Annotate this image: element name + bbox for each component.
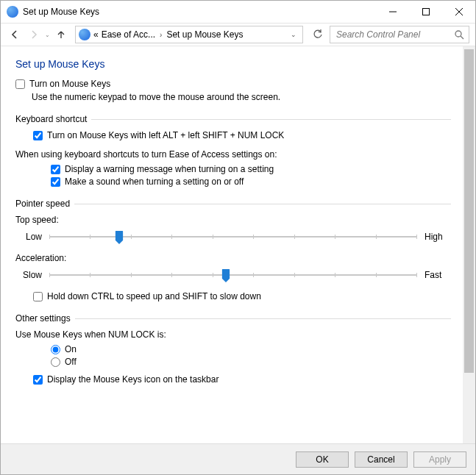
top-speed-label: Top speed:	[15, 215, 451, 225]
control-panel-icon	[79, 29, 90, 40]
breadcrumb-item[interactable]: Set up Mouse Keys	[166, 29, 243, 40]
dialog-footer: OK Cancel Apply	[1, 443, 475, 474]
slider-fast-label: Fast	[425, 270, 451, 280]
turn-on-mouse-keys-checkbox[interactable]: Turn on Mouse Keys	[15, 79, 451, 89]
refresh-button[interactable]	[309, 26, 327, 43]
radio-label: On	[65, 344, 77, 354]
window-title: Set up Mouse Keys	[23, 7, 376, 17]
search-input[interactable]	[335, 29, 454, 40]
turn-on-description: Use the numeric keypad to move the mouse…	[32, 92, 451, 102]
vertical-scrollbar[interactable]	[463, 46, 475, 443]
checkbox-input[interactable]	[51, 177, 60, 187]
address-bar[interactable]: « Ease of Acc... › Set up Mouse Keys ⌄	[75, 26, 303, 43]
chevron-right-icon[interactable]: ›	[158, 31, 163, 39]
checkbox-label: Hold down CTRL to speed up and SHIFT to …	[47, 291, 261, 301]
checkbox-input[interactable]	[15, 79, 25, 89]
maximize-button[interactable]	[409, 1, 442, 23]
scrollbar-thumb[interactable]	[464, 49, 474, 373]
svg-rect-1	[422, 9, 429, 15]
ctrl-shift-checkbox[interactable]: Hold down CTRL to speed up and SHIFT to …	[33, 291, 451, 301]
acceleration-label: Acceleration:	[15, 253, 451, 263]
radio-input[interactable]	[51, 345, 60, 354]
top-speed-slider[interactable]	[49, 229, 417, 244]
checkbox-label: Display the Mouse Keys icon on the taskb…	[47, 374, 219, 385]
numlock-off-radio[interactable]: Off	[51, 357, 451, 367]
radio-label: Off	[65, 357, 77, 367]
forward-button[interactable]	[26, 26, 42, 43]
apply-button[interactable]: Apply	[413, 451, 466, 468]
content-area: Set up Mouse Keys Turn on Mouse Keys Use…	[1, 46, 463, 443]
shortcut-enable-checkbox[interactable]: Turn on Mouse Keys with left ALT + left …	[33, 130, 451, 140]
ok-button[interactable]: OK	[296, 451, 349, 468]
checkbox-input[interactable]	[51, 165, 60, 174]
checkbox-label: Turn on Mouse Keys with left ALT + left …	[47, 130, 284, 140]
app-icon	[7, 6, 18, 18]
checkbox-input[interactable]	[33, 131, 43, 140]
up-button[interactable]	[53, 26, 69, 43]
checkbox-input[interactable]	[33, 292, 43, 301]
slider-high-label: High	[425, 232, 451, 242]
slider-slow-label: Slow	[15, 270, 42, 280]
group-title-other-settings: Other settings	[15, 313, 71, 324]
checkbox-input[interactable]	[33, 375, 43, 385]
search-box[interactable]	[330, 26, 469, 43]
divider	[75, 318, 451, 319]
numlock-label: Use Mouse Keys when NUM LOCK is:	[15, 329, 451, 340]
minimize-button[interactable]	[376, 1, 409, 23]
group-title-keyboard-shortcut: Keyboard shortcut	[15, 114, 87, 124]
slider-thumb[interactable]	[222, 269, 230, 282]
divider	[91, 119, 451, 120]
svg-line-5	[461, 36, 463, 39]
titlebar: Set up Mouse Keys	[1, 1, 475, 23]
page-title: Set up Mouse Keys	[15, 58, 451, 70]
breadcrumb-item[interactable]: Ease of Acc...	[102, 29, 155, 40]
checkbox-label: Display a warning message when turning o…	[65, 164, 274, 174]
shortcut-when-using-label: When using keyboard shortcuts to turn Ea…	[15, 149, 451, 160]
divider	[74, 204, 451, 204]
recent-locations-button[interactable]: ⌄	[45, 32, 50, 38]
make-sound-checkbox[interactable]: Make a sound when turning a setting on o…	[51, 176, 451, 187]
checkbox-label: Make a sound when turning a setting on o…	[65, 176, 244, 187]
taskbar-icon-checkbox[interactable]: Display the Mouse Keys icon on the taskb…	[33, 374, 451, 385]
cancel-button[interactable]: Cancel	[355, 451, 408, 468]
display-warning-checkbox[interactable]: Display a warning message when turning o…	[51, 164, 451, 174]
window: Set up Mouse Keys ⌄ « Ease of Acc.	[0, 0, 476, 475]
address-dropdown[interactable]: ⌄	[288, 31, 299, 38]
acceleration-slider[interactable]	[49, 268, 417, 282]
slider-low-label: Low	[15, 232, 42, 242]
slider-thumb[interactable]	[116, 231, 124, 244]
group-title-pointer-speed: Pointer speed	[15, 199, 70, 209]
nav-bar: ⌄ « Ease of Acc... › Set up Mouse Keys ⌄	[1, 23, 475, 46]
svg-point-4	[455, 31, 461, 37]
numlock-on-radio[interactable]: On	[51, 344, 451, 354]
breadcrumb-prefix: «	[93, 29, 99, 40]
back-button[interactable]	[7, 26, 23, 43]
radio-input[interactable]	[51, 357, 60, 367]
close-button[interactable]	[442, 1, 475, 23]
search-icon[interactable]	[454, 29, 464, 40]
checkbox-label: Turn on Mouse Keys	[29, 79, 110, 89]
